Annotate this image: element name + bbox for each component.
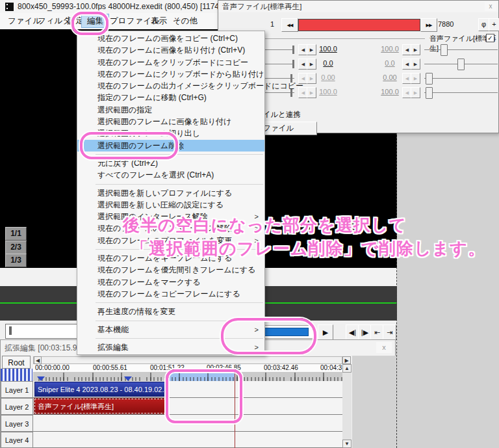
seek-thumb[interactable] <box>9 326 12 335</box>
spin-right-up[interactable]: ▶ <box>411 87 420 98</box>
menu-separator <box>77 300 264 306</box>
right-trackbar-thumb[interactable] <box>457 59 465 70</box>
edit-menu-item[interactable]: 現在のフレームにクリップボードから貼り付け <box>77 68 264 80</box>
right-trackbar[interactable] <box>424 49 498 50</box>
add-filter-button[interactable]: + <box>489 18 499 31</box>
param-start-value[interactable]: 0.00 <box>317 73 339 81</box>
object-enabled-checkbox[interactable]: ✓ <box>486 34 494 42</box>
layer-track-4[interactable] <box>33 432 342 448</box>
playback-button-3[interactable]: ⇤ <box>370 324 384 340</box>
midpoint-marker[interactable] <box>124 376 132 381</box>
frame-range-bar[interactable] <box>298 19 420 31</box>
annotation-text-line1: 後半の空白になった部分を選択して <box>123 214 407 237</box>
time-label: 00:03:42.46 <box>264 364 298 371</box>
annotation-ring-basic-function <box>221 318 316 354</box>
edit-menu-item[interactable]: 選択範囲のフレームに画像を貼り付け <box>77 116 264 127</box>
zoom-ratio-button[interactable]: 1/1 <box>5 227 27 241</box>
annotation-ring-timeline-selection <box>166 369 242 423</box>
menubar-item-6[interactable]: その他 <box>168 14 203 27</box>
timeline-hscrollbar[interactable] <box>33 356 342 364</box>
time-label: 00:00:55.61 <box>93 364 127 371</box>
spin-left-up[interactable]: ▶ <box>307 44 316 55</box>
hscroll-right-arrow[interactable]: ▶ <box>342 356 351 364</box>
layer-header-1[interactable]: Layer 1 <box>1 381 33 398</box>
annotation-text-line2: 「選択範囲のフレーム削除」で削除します。 <box>131 237 485 260</box>
param-end-value[interactable]: 100.0 <box>379 88 401 96</box>
dialog-close-button[interactable]: x <box>485 2 496 11</box>
annotation-ring-edit-menu <box>71 12 109 35</box>
edit-menu-item[interactable]: 現在のフレームに画像を貼り付け (Ctrl+V) <box>77 44 264 56</box>
frame-next-button[interactable]: ▶▶ <box>420 18 437 32</box>
layer-header-2[interactable]: Layer 2 <box>1 398 33 415</box>
dialog-title: 音声ファイル[標準再生] <box>222 2 301 12</box>
edit-dropdown-menu: 現在のフレームの画像をコピー (Ctrl+C)現在のフレームに画像を貼り付け (… <box>77 31 265 355</box>
timeline-clip-clip-blue[interactable]: Sniper Elite 4 2023.08.23 - 08.40.19.02.… <box>34 382 169 397</box>
param-end-value[interactable]: 0.00 <box>379 73 401 81</box>
spin-right-up[interactable]: ▶ <box>411 73 420 84</box>
dialog-titlebar[interactable]: 音声ファイル[標準再生] x <box>218 1 498 12</box>
edit-menu-item[interactable]: 選択範囲を新しいプロファイルにする <box>77 187 264 199</box>
playback-button-4[interactable]: ⇥ <box>383 324 396 340</box>
layer-header-4[interactable]: Layer 4 <box>1 432 33 448</box>
timeline-vscrollbar[interactable]: ▲ ▼ <box>342 364 352 448</box>
edit-menu-item[interactable]: 現在のフレームを優先間引きフレームにする <box>77 264 264 276</box>
layer-header-3[interactable]: Layer 3 <box>1 415 33 432</box>
edit-menu-item[interactable]: 現在のフレームの画像をコピー (Ctrl+C) <box>77 33 264 44</box>
timeline-clip-clip-red[interactable]: 音声ファイル[標準再生] <box>34 399 169 414</box>
vscroll-down-arrow[interactable]: ▼ <box>342 440 352 448</box>
time-label: 00:04:3 <box>320 364 342 371</box>
time-label: 00:00:00.00 <box>35 364 70 371</box>
right-trackbar-thumb[interactable] <box>441 44 448 56</box>
timeline-close-button[interactable]: x <box>376 342 392 353</box>
menu-separator <box>77 181 264 187</box>
edit-menu-item[interactable]: すべてのフレームを選択 (Ctrl+A) <box>77 169 264 181</box>
param-start-value[interactable]: 0.0 <box>317 59 339 67</box>
midpoint-marker[interactable] <box>37 376 45 381</box>
spin-left-up[interactable]: ▶ <box>307 87 316 98</box>
edit-menu-item[interactable]: 現在のフレームをマークする <box>77 276 264 288</box>
hscroll-left-arrow[interactable]: ◀ <box>34 356 42 364</box>
spin-right-up[interactable]: ▶ <box>411 59 420 70</box>
left-trackbar-thumb[interactable] <box>292 60 294 68</box>
param-end-value[interactable]: 100.0 <box>379 45 401 53</box>
frame-prev-button[interactable]: ◀◀ <box>281 18 298 32</box>
edit-menu-item[interactable]: 現在のフレームをクリップボードにコピー <box>77 57 264 68</box>
param-start-value[interactable]: 100.0 <box>317 45 339 53</box>
vscroll-up-arrow[interactable]: ▲ <box>342 364 352 373</box>
right-trackbar[interactable] <box>424 78 498 79</box>
edit-menu-item[interactable]: 指定のフレームに移動 (Ctrl+G) <box>77 92 264 103</box>
spin-left-up[interactable]: ▶ <box>307 59 316 70</box>
left-trackbar-thumb[interactable] <box>292 46 294 54</box>
playback-button-1[interactable]: ◀| <box>346 324 359 340</box>
frame-start-value: 1 <box>270 20 274 28</box>
edit-menu-item[interactable]: 選択範囲を新しい圧縮の設定にする <box>77 199 264 211</box>
frame-end-value: 7880 <box>438 20 454 28</box>
capture-dashed-border <box>396 133 398 448</box>
layer-corner-stripes <box>1 369 32 381</box>
spin-left-up[interactable]: ▶ <box>307 73 316 84</box>
edit-menu-item[interactable]: 選択範囲の指定 <box>77 104 264 116</box>
param-end-value[interactable]: 0.0 <box>379 59 401 67</box>
annotation-ring-delete-item <box>80 132 178 159</box>
zoom-ratio-button[interactable]: 2/3 <box>5 241 27 254</box>
playback-button-0[interactable]: ▶ <box>318 324 333 340</box>
refresh-button[interactable]: φ <box>478 18 489 31</box>
right-trackbar-thumb[interactable] <box>426 73 433 85</box>
app-icon <box>5 3 14 11</box>
zoom-ratio-button[interactable]: 1/3 <box>5 254 27 267</box>
edit-menu-item[interactable]: 現在のフレームの出力イメージをクリップボードにコピー <box>77 80 264 92</box>
param-start-value[interactable]: 100.0 <box>317 88 339 96</box>
spin-right-up[interactable]: ▶ <box>411 44 420 55</box>
root-scene-tab[interactable]: Root <box>2 356 31 369</box>
right-trackbar-thumb[interactable] <box>426 87 433 99</box>
screenshot-stage: 800x450_59993-100.0fps 48000Hz.exedit (8… <box>0 0 499 448</box>
edit-menu-item[interactable]: 再生速度の情報を変更 <box>77 306 264 317</box>
right-trackbar[interactable] <box>424 92 498 93</box>
frame-range-row: 1 ◀◀ ▶▶ 7880 φ + <box>218 18 498 31</box>
edit-menu-item[interactable]: 現在のフレームをコピーフレームにする <box>77 288 264 300</box>
playback-button-2[interactable]: |▶ <box>358 324 372 340</box>
